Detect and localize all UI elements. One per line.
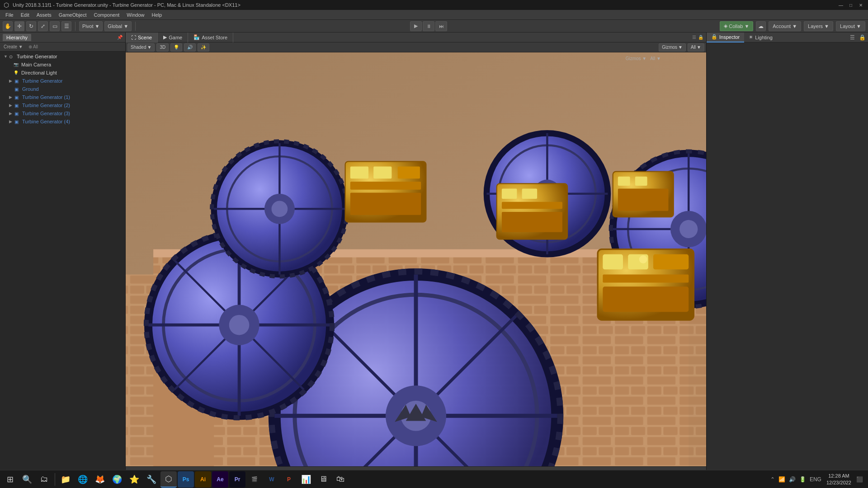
tg2-arrow: ▶ [9,103,14,108]
scene-3d-view: X Y Z ◁ Persp [126,52,706,466]
menu-bar: File Edit Assets GameObject Component Wi… [0,10,868,20]
tab-game[interactable]: ▶ Game [158,33,188,42]
hierarchy-item-tg[interactable]: ▶ ▣ Turbine Generator [0,77,125,85]
taskbar-tool[interactable]: 🔧 [143,471,160,488]
hand-tool[interactable]: ✋ [3,21,13,31]
taskbar-chrome[interactable]: 🌍 [109,471,125,488]
hierarchy-content: ▼ ⊙ Turbine Generator 📷 Main Camera 💡 Di… [0,52,125,476]
svg-rect-65 [502,189,517,199]
taskbar-store[interactable]: 🛍 [332,471,349,488]
transform-tool[interactable]: ☰ [61,21,71,31]
tg3-label: Turbine Generator (3) [22,111,125,116]
rect-tool[interactable]: ▭ [50,21,60,31]
inspector-content [707,42,868,476]
hierarchy-item-tg1[interactable]: ▶ ▣ Turbine Generator (1) [0,93,125,101]
taskbar-misc1[interactable]: 📊 [298,471,314,488]
menu-gameobject[interactable]: GameObject [55,11,90,19]
hierarchy-item-tg4[interactable]: ▶ ▣ Turbine Generator (4) [0,117,125,126]
rotate-tool[interactable]: ↻ [26,21,36,31]
taskbar-edge[interactable]: 🌐 [75,471,91,488]
minimize-button[interactable]: — [837,1,844,9]
scene-light-btn[interactable]: 💡 [170,43,182,52]
search-button[interactable]: 🔍 [19,471,35,488]
systray-show-desktop[interactable]: ⬛ [855,476,864,483]
taskbar-clock[interactable]: 12:28 AM 12/23/2022 [824,473,854,486]
taskbar-more[interactable]: 🎬 [246,471,263,488]
taskbar-firefox[interactable]: 🦊 [92,471,108,488]
scene-audio-btn[interactable]: 🔊 [184,43,196,52]
taskbar-ae[interactable]: Ae [212,471,228,488]
hierarchy-item-ground[interactable]: ▣ Ground [0,85,125,93]
menu-window[interactable]: Window [123,11,148,19]
taskbar-time-text: 12:28 AM [826,473,851,479]
play-button[interactable]: ▶ [410,21,422,31]
tab-assetstore[interactable]: 🏪 Asset Store [188,33,233,42]
account-label: Account ▼ [773,23,797,29]
maximize-button[interactable]: □ [847,1,854,9]
lighting-tab[interactable]: ☀ Lighting [744,33,777,42]
menu-file[interactable]: File [2,11,17,19]
inspector-tab[interactable]: 🔒 Inspector [707,33,744,42]
pause-button[interactable]: ⏸ [423,21,434,31]
scene-tab-label: Scene [138,35,152,40]
hierarchy-panel: Hierarchy 📌 Create ▼ ⊕ All ▼ ⊙ Turbine G… [0,33,126,476]
systray-lang[interactable]: ENG [808,476,823,483]
taskbar-powerpoint[interactable]: P [281,471,297,488]
hierarchy-item-tg3[interactable]: ▶ ▣ Turbine Generator (3) [0,109,125,117]
systray-arrow[interactable]: ⌃ [769,476,776,483]
pivot-button[interactable]: Pivot ▼ [79,21,103,31]
layers-button[interactable]: Layers ▼ [804,21,833,31]
taskbar-word[interactable]: W [264,471,280,488]
menu-component[interactable]: Component [90,11,123,19]
taskbar-premiere[interactable]: Pr [229,471,245,488]
scale-tool[interactable]: ⤢ [38,21,48,31]
create-dropdown[interactable]: Create ▼ [2,44,25,50]
close-button[interactable]: ✕ [857,1,864,9]
hierarchy-item-tg2[interactable]: ▶ ▣ Turbine Generator (2) [0,101,125,109]
account-button[interactable]: Account ▼ [769,21,801,31]
gizmos-text: Gizmos ▼ [626,56,647,61]
all-gizmos-label: All [691,45,696,50]
hierarchy-item-root[interactable]: ▼ ⊙ Turbine Generator [0,52,125,61]
scene-fx-btn[interactable]: ✨ [198,43,209,52]
global-button[interactable]: Global ▼ [104,21,132,31]
systray-battery[interactable]: 🔋 [798,476,807,483]
projection-btn[interactable]: 3D [156,43,169,52]
shading-label: Shaded [131,45,146,50]
taskbar-star[interactable]: ⭐ [126,471,142,488]
shading-dropdown[interactable]: Shaded ▼ [127,43,155,52]
systray-volume[interactable]: 🔊 [788,476,797,483]
hierarchy-pin[interactable]: 📌 [117,35,123,40]
scene-viewport[interactable]: X Y Z ◁ Persp Gizmos ▼ All ▼ [126,52,706,466]
taskbar-unity[interactable]: ⬡ [160,471,177,488]
systray-network[interactable]: 📶 [777,476,787,483]
start-button[interactable]: ⊞ [2,471,18,488]
hierarchy-tab[interactable]: Hierarchy [3,34,31,41]
inspector-lock-icon[interactable]: 🔒 [858,33,866,42]
move-tool[interactable]: ✛ [14,21,24,31]
hierarchy-item-camera[interactable]: 📷 Main Camera [0,61,125,69]
scene-menu-icon[interactable]: ☰ [692,35,696,40]
menu-assets[interactable]: Assets [33,11,55,19]
taskbar-illustrator[interactable]: Ai [195,471,211,488]
inspector-menu-icon[interactable]: ☰ [848,33,856,42]
cloud-button[interactable]: ☁ [756,21,766,31]
collab-button[interactable]: ◈ Collab ▼ [720,21,753,31]
menu-edit[interactable]: Edit [17,11,33,19]
step-button[interactable]: ⏭ [435,21,447,31]
all-gizmos-btn[interactable]: All ▼ [688,43,704,52]
root-arrow: ▼ [4,54,9,59]
scene-lock-icon[interactable]: 🔒 [698,35,703,40]
menu-help[interactable]: Help [148,11,165,19]
layout-button[interactable]: Layout ▼ [836,21,865,31]
tab-scene[interactable]: ⛶ Scene [126,33,158,42]
taskview-button[interactable]: 🗂 [36,471,52,488]
taskbar-photoshop[interactable]: Ps [178,471,194,488]
camera-icon: 📷 [14,62,20,67]
hierarchy-item-light[interactable]: 💡 Directional Light [0,69,125,77]
tg1-arrow: ▶ [9,95,14,99]
gizmos-btn[interactable]: Gizmos ▼ [659,43,686,52]
taskbar-explorer[interactable]: 📁 [57,471,74,488]
lighting-tab-label: Lighting [755,35,773,40]
taskbar-misc2[interactable]: 🖥 [315,471,331,488]
